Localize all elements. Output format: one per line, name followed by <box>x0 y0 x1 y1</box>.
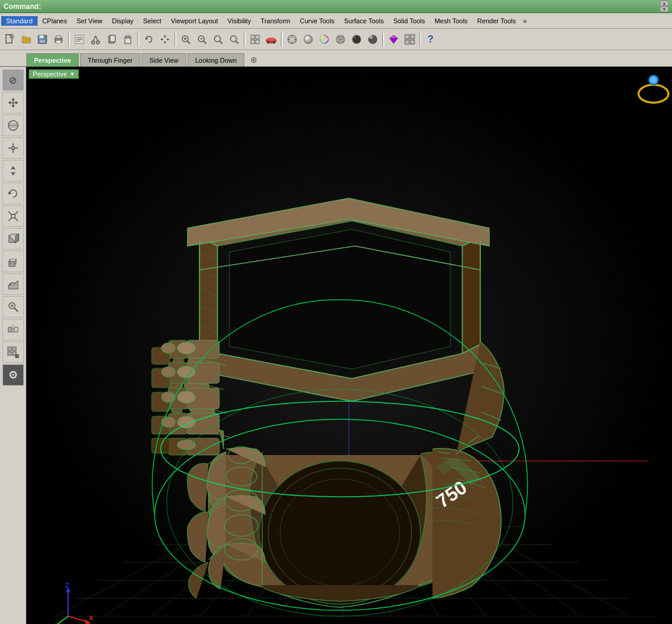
save-btn[interactable] <box>35 32 50 47</box>
menu-viewport-layout[interactable]: Viewport Layout <box>166 16 223 26</box>
svg-point-57 <box>354 36 356 39</box>
zoom-out-btn[interactable] <box>226 32 242 47</box>
sidebar-settings-btn[interactable]: ⚙ <box>2 364 24 386</box>
pan-btn[interactable] <box>157 32 173 47</box>
menu-surface-tools[interactable]: Surface Tools <box>339 16 388 26</box>
undo-btn[interactable] <box>141 32 157 47</box>
zoom-window-btn[interactable] <box>194 32 210 47</box>
menu-render-tools[interactable]: Render Tools <box>472 16 521 26</box>
svg-line-84 <box>15 211 18 214</box>
grid-btn[interactable] <box>247 32 263 47</box>
svg-marker-22 <box>164 42 166 44</box>
sidebar-zoom-btn[interactable] <box>2 296 24 318</box>
svg-rect-6 <box>56 36 61 38</box>
viewport-label-arrow: ▼ <box>69 71 75 77</box>
menu-visibility[interactable]: Visibility <box>223 16 256 26</box>
sidebar-array-btn[interactable] <box>2 342 24 363</box>
viewport-label-btn[interactable]: Perspective ▼ <box>29 69 79 79</box>
svg-rect-64 <box>405 40 409 44</box>
tb-sep6 <box>382 32 384 47</box>
menu-select[interactable]: Select <box>139 16 167 26</box>
scroll-down-btn[interactable]: ▼ <box>660 7 668 12</box>
zoom-extents-btn[interactable] <box>178 32 194 47</box>
svg-marker-94 <box>8 281 18 289</box>
svg-line-33 <box>220 41 222 44</box>
svg-line-15 <box>96 36 98 41</box>
menu-more[interactable]: » <box>520 16 529 26</box>
menu-transform[interactable]: Transform <box>256 16 295 26</box>
title-scrollbar[interactable]: ▲ ▼ <box>660 1 668 12</box>
menu-display[interactable]: Display <box>107 16 138 26</box>
sidebar-extrude-btn[interactable] <box>2 251 24 272</box>
sidebar-mirror-btn[interactable] <box>2 319 24 340</box>
tab-through-finger[interactable]: Through Finger <box>80 53 140 66</box>
menu-solid-tools[interactable]: Solid Tools <box>388 16 429 26</box>
tab-perspective[interactable]: Perspective <box>26 53 79 66</box>
svg-rect-37 <box>251 35 254 39</box>
zoom-selected-btn[interactable] <box>210 32 226 47</box>
dark-sphere-btn[interactable] <box>349 32 364 47</box>
tab-side-view[interactable]: Side View <box>142 53 186 66</box>
sidebar-snap-btn[interactable] <box>2 137 24 159</box>
paste-btn[interactable] <box>120 32 136 47</box>
sidebar-orbit-btn[interactable] <box>2 115 24 136</box>
svg-rect-104 <box>8 352 11 355</box>
print-btn[interactable] <box>51 32 66 47</box>
sidebar-stop-btn[interactable]: ⊘ <box>2 69 24 91</box>
sidebar-scale-btn[interactable] <box>2 205 24 227</box>
color-btn[interactable] <box>317 32 332 47</box>
svg-rect-103 <box>13 347 16 351</box>
material-btn[interactable] <box>300 32 316 47</box>
svg-point-53 <box>336 35 345 44</box>
help-btn[interactable]: ? <box>423 32 438 47</box>
viewport-tabs: Perspective Through Finger Side View Loo… <box>0 50 672 67</box>
tb-sep2 <box>137 32 139 47</box>
sidebar-move-btn[interactable] <box>2 160 24 182</box>
svg-point-135 <box>259 461 421 604</box>
viewport-label[interactable]: Perspective ▼ <box>29 69 79 79</box>
svg-rect-39 <box>251 40 254 44</box>
tb-sep3 <box>174 32 176 47</box>
svg-point-12 <box>92 41 95 44</box>
tab-looking-down[interactable]: Looking Down <box>188 53 245 66</box>
svg-marker-89 <box>16 234 19 242</box>
svg-marker-81 <box>8 191 11 194</box>
menu-curve-tools[interactable]: Curve Tools <box>295 16 339 26</box>
copy-btn[interactable] <box>104 32 119 47</box>
svg-point-195 <box>177 440 195 450</box>
sidebar-rotate-btn[interactable] <box>2 183 24 204</box>
menu-bar: Standard CPlanes Set View Display Select… <box>0 13 672 29</box>
shiny-sphere-btn[interactable] <box>365 32 381 47</box>
svg-line-86 <box>15 218 18 221</box>
sidebar-surface-btn[interactable] <box>2 273 24 295</box>
scroll-up-btn[interactable]: ▲ <box>660 1 668 6</box>
open-btn[interactable] <box>19 32 34 47</box>
tab-add-btn[interactable]: ⊕ <box>246 53 262 66</box>
svg-marker-151 <box>229 229 450 369</box>
menu-mesh-tools[interactable]: Mesh Tools <box>429 16 472 26</box>
svg-rect-63 <box>410 35 415 39</box>
sidebar-box-btn[interactable] <box>2 228 24 250</box>
new-btn[interactable] <box>2 32 18 47</box>
sidebar-pan-btn[interactable] <box>2 92 24 113</box>
svg-point-196 <box>161 343 176 354</box>
render-btn[interactable] <box>284 32 300 47</box>
gem-btn[interactable] <box>386 32 401 47</box>
car-btn[interactable] <box>263 32 279 47</box>
cut-btn[interactable] <box>88 32 103 47</box>
multi-view-btn[interactable] <box>402 32 418 47</box>
svg-rect-4 <box>40 40 45 43</box>
svg-point-191 <box>177 342 195 354</box>
menu-set-view[interactable]: Set View <box>72 16 107 26</box>
sphere-btn[interactable] <box>333 32 348 47</box>
svg-marker-153 <box>462 237 480 354</box>
left-sidebar: ⊘ <box>0 67 26 624</box>
svg-point-59 <box>369 35 373 39</box>
menu-standard[interactable]: Standard <box>1 16 38 26</box>
svg-line-35 <box>236 41 238 44</box>
menu-cplanes[interactable]: CPlanes <box>38 16 72 26</box>
properties-btn[interactable] <box>72 32 87 47</box>
toolbar: ? <box>0 29 672 50</box>
svg-rect-82 <box>11 214 15 218</box>
viewport-area[interactable]: Perspective ▼ <box>26 67 672 624</box>
